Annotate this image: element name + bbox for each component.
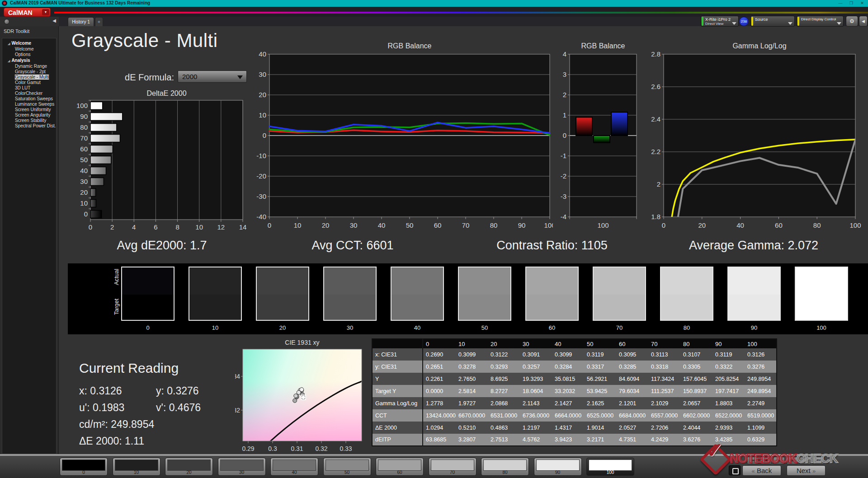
table-cell: 13424.0000 [423, 409, 456, 422]
display-control-panel-dropdown[interactable]: Direct Display Control [797, 16, 844, 27]
svg-text:2.6: 2.6 [651, 83, 660, 90]
meter-panel-dropdown[interactable]: X-Rite i1Pro 2 Direct View [701, 16, 739, 27]
sidebar-item-spectral-power-dist[interactable]: Spectral Power Dist. [2, 123, 56, 129]
table-cell: 0.2261 [423, 373, 456, 385]
table-cell: 0.3122 [488, 348, 520, 361]
table-cell: 150.8937 [680, 385, 712, 397]
sidebar-item-3d-lut[interactable]: 3D LUT [2, 85, 56, 91]
reading-y: y: 0.3276 [156, 385, 199, 397]
table-cell: 6602.0000 [680, 409, 712, 422]
svg-text:50: 50 [406, 221, 414, 229]
table-cell: 2.0868 [488, 397, 520, 409]
cie-chart-svg: 0.320.340.290.30.310.320.33 [235, 339, 371, 454]
patch-button-40[interactable]: 40 [270, 458, 318, 476]
sidebar-item-saturation-sweeps[interactable]: Saturation Sweeps [2, 96, 56, 102]
meter-count-badge[interactable]: 238 [739, 17, 749, 26]
sidebar-item-label: Options [15, 52, 30, 57]
swatch-actual [122, 267, 174, 295]
svg-text:-1: -1 [561, 152, 566, 159]
sidebar-header-strip: ◀ [0, 17, 59, 26]
source-panel-dropdown[interactable]: Source [750, 16, 795, 27]
add-tab-button[interactable]: + [95, 17, 103, 26]
table-cell: 1.9014 [584, 422, 616, 434]
sidebar-item-color-gamut[interactable]: Color Gamut [2, 80, 56, 85]
close-button[interactable]: ✕ [857, 0, 867, 6]
table-cell: 2.2749 [745, 397, 777, 409]
patch-button-0[interactable]: 0 [60, 458, 108, 476]
record-dot-icon[interactable] [4, 19, 9, 24]
table-row-y: Y0.22612.76508.692519.329335.081556.2921… [372, 373, 777, 385]
sidebar-item-options[interactable]: Options [2, 52, 56, 57]
sidebar-item-luminance-sweeps[interactable]: Luminance Sweeps [2, 102, 56, 107]
table-cell: 3.9423 [552, 434, 584, 446]
rgb-bar-blue [611, 112, 627, 136]
patch-button-80[interactable]: 80 [481, 458, 529, 476]
table-cell: 6519.0000 [745, 409, 777, 422]
patch-button-100[interactable]: 100 [586, 458, 634, 476]
patch-button-60[interactable]: 60 [376, 458, 424, 476]
tab-history-1[interactable]: History 1 [68, 17, 94, 26]
patch-button-20[interactable]: 20 [165, 458, 213, 476]
table-cell: 2.1029 [648, 397, 680, 409]
sidebar-item-colorchecker[interactable]: ColorChecker [2, 91, 56, 96]
svg-text:30: 30 [80, 178, 88, 185]
sidebar-item-grayscale-2pt[interactable]: Grayscale - 2pt [2, 69, 56, 75]
sidebar-group-welcome[interactable]: ◢Welcome [2, 40, 56, 47]
svg-text:40: 40 [259, 50, 266, 58]
sidebar-item-screen-uniformity[interactable]: Screen Uniformity [2, 107, 56, 112]
swatch-level-label: 50 [458, 324, 511, 331]
sidebar-item-screen-stability[interactable]: Screen Stability [2, 118, 56, 123]
panel-collapse-button[interactable]: ◀ [859, 16, 868, 27]
target-row-label: Target [113, 299, 120, 315]
source-label: Source [755, 17, 768, 22]
patch-color [536, 459, 580, 471]
table-cell: 111.2537 [648, 385, 680, 397]
calman-menu-button[interactable]: CalMAN ▼ [4, 8, 51, 17]
table-cell: 0.3305 [680, 361, 712, 373]
sidebar-item-label: Screen Uniformity [15, 107, 51, 112]
svg-text:100: 100 [849, 221, 861, 229]
table-cell: 18.0604 [520, 385, 552, 397]
de-formula-dropdown[interactable]: 2000 [178, 70, 247, 83]
maximize-button[interactable]: ❐ [846, 0, 856, 6]
gamma-chart-svg: 1.822.22.42.62.8020406080100 [643, 42, 868, 237]
deltae-bar-50 [90, 156, 111, 164]
table-cell: 205.8254 [712, 373, 745, 385]
table-cell: 8.2727 [488, 385, 520, 397]
watermark-check-icon: ✓ [706, 438, 724, 463]
minimize-button[interactable]: — [835, 0, 845, 6]
patch-button-90[interactable]: 90 [534, 458, 582, 476]
table-cell: 6531.0000 [488, 409, 520, 422]
svg-text:20: 20 [322, 221, 330, 229]
deltae-bar-chart: DeltaE 2000 0246810121410090807060504030… [68, 89, 249, 233]
table-cell: 1.1099 [745, 422, 777, 434]
table-col-header: 20 [488, 339, 520, 348]
swatch-actual [324, 267, 376, 295]
table-corner-cell [372, 339, 423, 348]
os-titlebar: CalMAN 2019 CalMAN Ultimate for Business… [0, 0, 868, 7]
table-row-cct: CCT13424.00006670.00006531.00006736.0000… [372, 409, 777, 422]
meter-mode: Direct View [705, 22, 723, 26]
sidebar-item-screen-angularity[interactable]: Screen Angularity [2, 112, 56, 118]
patch-button-50[interactable]: 50 [323, 458, 371, 476]
swatch-level-label: 30 [323, 324, 377, 331]
patch-button-70[interactable]: 70 [429, 458, 476, 476]
sidebar-item-label: 3D LUT [15, 85, 30, 90]
chart-title: CIE 1931 xy [243, 339, 362, 346]
sidebar-item-grayscale-multi[interactable]: Grayscale - Multi [2, 75, 56, 80]
svg-text:30: 30 [350, 221, 358, 229]
sidebar-group-analysis[interactable]: ◢Analysis [2, 57, 56, 64]
patch-color [220, 459, 264, 471]
patch-color [483, 459, 527, 471]
sidebar-item-welcome[interactable]: Welcome [2, 47, 56, 52]
patch-button-30[interactable]: 30 [218, 458, 266, 476]
workflow-tree: ◢WelcomeWelcomeOptions◢AnalysisDynamic R… [2, 38, 57, 454]
patch-button-10[interactable]: 10 [113, 458, 160, 476]
sidebar-collapse-icon[interactable]: ◀ [52, 18, 56, 23]
patch-label: 100 [587, 470, 634, 475]
table-cell: 0.3107 [680, 348, 712, 361]
sidebar-item-dynamic-range[interactable]: Dynamic Range [2, 64, 56, 69]
svg-text:0: 0 [263, 131, 266, 139]
settings-gear-button[interactable]: ⚙ [846, 16, 858, 27]
table-cell: 4.2429 [648, 434, 680, 446]
